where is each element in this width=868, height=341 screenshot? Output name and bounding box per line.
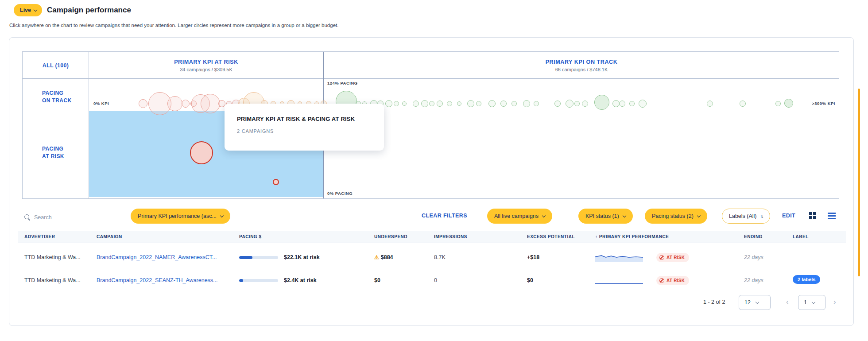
next-page-button[interactable]: › [833, 298, 836, 306]
campaign-bubble[interactable] [740, 101, 746, 107]
ending-cell: 22 days [744, 254, 763, 260]
col-kpi-performance[interactable]: ↑ PRIMARY KPI PERFORMANCE [595, 234, 669, 239]
pacing-status-dropdown[interactable]: Pacing status (2) [645, 209, 707, 224]
kpi-sparkline [595, 275, 644, 285]
campaign-bubble[interactable] [413, 101, 419, 107]
bubble-layer[interactable] [23, 52, 839, 198]
campaign-bubble[interactable] [566, 100, 574, 108]
col-campaign[interactable]: CAMPAIGN [97, 234, 122, 239]
page-title: Campaign performance [47, 6, 131, 15]
table-row[interactable]: TTD Marketing & Wa... BrandCampaign_2022… [18, 269, 846, 292]
sort-dropdown[interactable]: Primary KPI performance (asc... [131, 209, 230, 224]
campaign-bubble[interactable] [394, 101, 399, 106]
status-badge: AT RISK [656, 253, 689, 262]
chevron-down-icon [756, 300, 759, 303]
campaign-bubble[interactable] [457, 101, 461, 106]
pagination: 1 - 2 of 2 12 ‹ 1 › [0, 294, 846, 312]
col-advertiser[interactable]: ADVERTISER [24, 234, 55, 239]
campaign-bubble[interactable] [476, 101, 481, 106]
campaign-bubble[interactable] [488, 100, 496, 107]
live-status-dropdown[interactable]: Live [14, 4, 42, 16]
campaign-bubble[interactable] [500, 101, 507, 107]
campaign-bubble[interactable] [421, 100, 428, 107]
page-number-select[interactable]: 1 [798, 295, 825, 310]
col-ending[interactable]: ENDING [744, 234, 763, 239]
underspend-cell: $884 [374, 254, 393, 260]
col-pacing[interactable]: PACING $ [239, 234, 262, 239]
campaign-bubble[interactable] [784, 99, 793, 108]
labels-badge[interactable]: 2 labels [793, 275, 820, 284]
search-input[interactable] [34, 214, 105, 221]
edit-columns-button[interactable]: EDIT [782, 213, 795, 219]
clear-filters-button[interactable]: CLEAR FILTERS [422, 213, 467, 219]
live-status-label: Live [20, 7, 31, 13]
campaign-bubble[interactable] [201, 94, 220, 113]
chevron-down-icon [622, 213, 626, 217]
label-cell: 2 labels [793, 275, 820, 284]
campaign-bubble[interactable] [402, 101, 407, 106]
campaign-link[interactable]: BrandCampaign_2022_NAMER_AwarenessCT... [97, 254, 217, 260]
campaign-bubble[interactable] [139, 99, 147, 108]
campaign-bubble[interactable] [523, 100, 530, 107]
campaign-bubble[interactable] [385, 100, 392, 107]
campaign-bubble[interactable] [429, 101, 434, 106]
list-view-icon[interactable] [828, 213, 836, 219]
at-risk-icon [659, 255, 664, 260]
campaign-quadrant-chart[interactable]: ALL (100) PRIMARY KPI AT RISK 34 campaig… [22, 51, 839, 199]
search-icon [24, 214, 31, 221]
pacing-cell: $2.4K at risk [239, 277, 317, 283]
page-size-select[interactable]: 12 [739, 295, 771, 310]
pacing-bar-fill [239, 256, 252, 259]
campaign-bubble[interactable] [707, 101, 713, 107]
col-label[interactable]: LABEL [793, 234, 809, 239]
campaign-bubble[interactable] [619, 101, 625, 107]
col-excess-potential[interactable]: EXCESS POTENTIAL [527, 234, 575, 239]
campaign-bubble[interactable] [639, 100, 647, 108]
campaign-bubble[interactable] [190, 141, 213, 164]
axis-kpi-min: 0% KPI [93, 101, 109, 106]
campaign-bubble[interactable] [594, 95, 609, 110]
kpi-status-dropdown[interactable]: KPI status (1) [578, 209, 633, 224]
campaign-performance-page: Live Campaign performance Click anywhere… [0, 0, 868, 341]
labels-filter-dropdown[interactable]: Labels (All) ↑↓ [722, 209, 770, 224]
page-subtitle: Click anywhere on the chart to review ca… [9, 23, 338, 28]
campaign-scope-dropdown[interactable]: All live campaigns [487, 209, 552, 224]
col-underspend[interactable]: UNDERSPEND [374, 234, 407, 239]
campaign-bubble[interactable] [534, 101, 539, 106]
impressions-cell: 8.7K [434, 254, 446, 260]
sort-asc-icon: ↑ [595, 234, 598, 239]
campaign-bubble[interactable] [612, 100, 620, 107]
search-box[interactable] [24, 212, 115, 223]
kpi-sparkline [595, 252, 644, 262]
campaign-bubble[interactable] [437, 101, 443, 107]
ending-cell: 22 days [744, 277, 763, 283]
col-impressions[interactable]: IMPRESSIONS [434, 234, 467, 239]
sort-arrows-icon: ↑↓ [760, 214, 763, 219]
grid-view-icon[interactable] [809, 212, 816, 219]
vertical-scrollbar-thumb[interactable] [858, 89, 860, 276]
campaign-link[interactable]: BrandCampaign_2022_SEANZ-TH_Awareness... [97, 277, 218, 283]
campaign-bubble[interactable] [574, 101, 580, 106]
campaign-bubble[interactable] [467, 100, 474, 107]
impressions-cell: 0 [434, 277, 437, 283]
campaign-bubble[interactable] [629, 101, 635, 106]
pacing-cell: $22.1K at risk [239, 254, 320, 260]
campaign-bubble[interactable] [582, 101, 588, 107]
table-row[interactable]: TTD Marketing & Wa... BrandCampaign_2022… [18, 246, 846, 269]
chevron-down-icon [812, 300, 815, 303]
campaign-bubble[interactable] [447, 101, 452, 106]
filter-bar: Primary KPI performance (asc... CLEAR FI… [0, 207, 868, 228]
pacing-amount: $22.1K at risk [284, 254, 320, 260]
chevron-down-icon [220, 213, 224, 217]
campaign-bubble[interactable] [775, 101, 781, 106]
campaign-bubble[interactable] [167, 96, 182, 111]
pacing-bar [239, 279, 278, 282]
axis-pacing-max: 124% PACING [327, 81, 358, 85]
prev-page-button[interactable]: ‹ [786, 298, 789, 306]
campaign-bubble[interactable] [512, 101, 517, 106]
chart-tooltip: PRIMARY KPI AT RISK & PACING AT RISK 2 C… [225, 104, 384, 151]
campaign-bubble[interactable] [182, 100, 190, 108]
tooltip-count: 2 CAMPAIGNS [237, 128, 372, 134]
campaign-bubble[interactable] [554, 101, 561, 107]
campaign-bubble[interactable] [273, 179, 279, 185]
